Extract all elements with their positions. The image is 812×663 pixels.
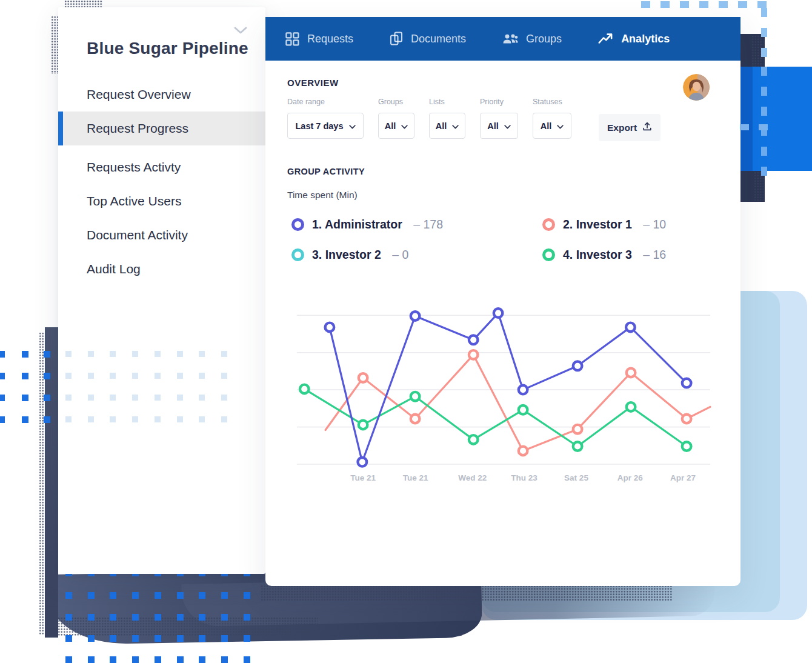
decor-dot — [44, 416, 50, 423]
decor-dot — [88, 351, 94, 357]
decor-dot — [155, 395, 161, 401]
decor-dot — [155, 351, 161, 357]
decor-dot — [22, 416, 28, 423]
filter-label: Lists — [429, 98, 465, 106]
decor-dot — [22, 395, 28, 401]
sidebar-item-top-active-users[interactable]: Top Active Users — [58, 184, 265, 218]
filter-value: Last 7 days — [296, 121, 344, 131]
sidebar-item-requests-activty[interactable]: Requests Activty — [58, 150, 265, 184]
decor-dot — [221, 395, 227, 401]
decor-dot — [88, 395, 94, 401]
decor-dot — [44, 351, 50, 358]
chevron-down-icon — [557, 121, 564, 131]
chart-dot-1-administrator — [411, 312, 420, 321]
decor-dot — [132, 656, 139, 663]
decor-dot — [65, 416, 72, 422]
tab-label: Documents — [411, 33, 466, 45]
x-axis-label: Thu 23 — [511, 473, 537, 482]
x-axis-label: Apr 26 — [617, 473, 644, 482]
decor-dot — [155, 592, 161, 599]
sidebar-item-request-progress[interactable]: Request Progress — [58, 112, 265, 145]
chart-dot-2-investor-1 — [519, 447, 528, 456]
chevron-down-icon[interactable] — [234, 25, 247, 36]
legend-ring-icon — [542, 218, 555, 231]
sidebar-item-request-overview[interactable]: Request Overview — [58, 78, 265, 112]
chart-dot-2-investor-1 — [469, 350, 478, 359]
legend-name: 2. Investor 1 — [563, 218, 632, 232]
filter-priority: PriorityAll — [480, 98, 518, 139]
group-activity-chart: Tue 21Tue 21Wed 22Thu 23Sat 25Apr 26Apr … — [296, 297, 711, 488]
decor-dot — [199, 373, 205, 379]
filter-label: Priority — [480, 98, 518, 106]
legend-item-investor-2[interactable]: 3. Investor 2 – 0 — [291, 242, 542, 267]
decor-dot — [0, 351, 5, 358]
filter-dropdown-lists[interactable]: All — [429, 113, 465, 139]
decor-dot — [65, 614, 72, 621]
filter-value: All — [436, 121, 447, 131]
chart-dot-1-administrator — [682, 379, 691, 388]
tab-label: Requests — [307, 33, 353, 45]
sidebar-item-document-activity[interactable]: Document Activity — [58, 218, 265, 252]
tab-label: Analytics — [621, 33, 670, 45]
decor-dot — [132, 373, 138, 379]
chart-dot-2-investor-1 — [682, 415, 691, 424]
legend-value: – 0 — [389, 248, 409, 262]
x-axis-labels: Tue 21Tue 21Wed 22Thu 23Sat 25Apr 26Apr … — [350, 473, 696, 482]
legend-value: – 16 — [640, 248, 666, 262]
filter-dropdown-priority[interactable]: All — [480, 113, 518, 139]
avatar[interactable] — [683, 74, 710, 101]
chart-dot-1-administrator — [626, 323, 635, 332]
filter-label: Groups — [378, 98, 414, 106]
chart-dot-4-investor-3 — [519, 405, 528, 415]
filter-statuses: StatusesAll — [533, 98, 571, 139]
legend-name: 1. Administrator — [312, 218, 402, 232]
decor-dot — [88, 614, 95, 621]
chart-dot-4-investor-3 — [573, 442, 582, 451]
tab-label: Groups — [526, 33, 562, 45]
legend-name: 3. Investor 2 — [312, 248, 381, 262]
decor-dot — [132, 635, 139, 642]
decor-dashed-line-mid — [740, 124, 771, 130]
decor-dot — [65, 351, 72, 357]
decor-dashed-line-top — [641, 1, 773, 8]
decor-dot — [132, 351, 138, 357]
filter-dropdown-date-range[interactable]: Last 7 days — [287, 113, 364, 139]
legend-item-administrator[interactable]: 1. Administrator – 178 — [291, 212, 542, 237]
decor-dot — [65, 373, 72, 379]
filter-label: Statuses — [533, 98, 571, 106]
decor-dot — [199, 635, 205, 642]
decor-dot — [199, 416, 205, 422]
decor-dot — [132, 614, 139, 621]
chart-container: Tue 21Tue 21Wed 22Thu 23Sat 25Apr 26Apr … — [296, 297, 711, 488]
chevron-down-icon — [504, 121, 511, 131]
chart-dot-4-investor-3 — [359, 421, 368, 430]
sidebar-item-audit-log[interactable]: Audit Log — [58, 252, 265, 286]
tab-groups[interactable]: Groups — [502, 33, 562, 45]
sidebar-item-label: Top Active Users — [87, 194, 181, 208]
tab-analytics[interactable]: Analytics — [598, 33, 670, 45]
filter-dropdown-statuses[interactable]: All — [533, 113, 571, 139]
tab-documents[interactable]: Documents — [390, 32, 466, 46]
decor-dot — [88, 416, 94, 422]
tab-requests[interactable]: Requests — [285, 32, 353, 46]
decor-dot — [0, 395, 5, 401]
decor-dot — [199, 395, 205, 401]
decor-dot — [177, 656, 184, 663]
legend: 1. Administrator – 1782. Investor 1 – 10… — [291, 212, 742, 267]
sidebar-item-label: Request Progress — [87, 121, 188, 136]
legend-item-investor-3[interactable]: 4. Investor 3 – 16 — [542, 242, 742, 267]
decor-dot — [44, 373, 50, 379]
decor-dot — [110, 416, 116, 422]
decor-dot — [88, 373, 94, 379]
chevron-down-icon — [349, 121, 356, 131]
decor-dot — [110, 351, 116, 357]
users-icon — [502, 33, 518, 45]
export-button[interactable]: Export — [599, 114, 661, 141]
legend-item-investor-1[interactable]: 2. Investor 1 – 10 — [542, 212, 742, 237]
filter-groups: GroupsAll — [378, 98, 414, 139]
filter-dropdown-groups[interactable]: All — [378, 113, 414, 139]
group-activity-heading: GROUP ACTIVITY — [287, 167, 365, 176]
decor-dot — [0, 416, 5, 423]
decor-dot — [221, 635, 228, 642]
chart-dot-4-investor-3 — [411, 392, 420, 401]
